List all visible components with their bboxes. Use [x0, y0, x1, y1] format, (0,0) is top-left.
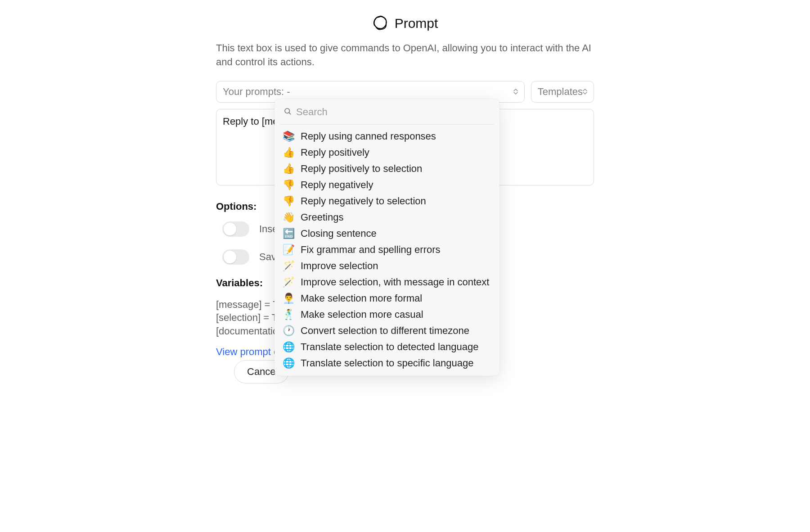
- templates-label: Templates: [538, 86, 583, 98]
- template-item-emoji-icon: 🌐: [283, 357, 294, 369]
- templates-select[interactable]: Templates: [531, 81, 594, 103]
- template-item-emoji-icon: 🌐: [283, 341, 294, 353]
- template-item[interactable]: 👍Reply positively: [280, 144, 494, 161]
- chevron-updown-icon: [583, 89, 587, 95]
- template-list: 📚Reply using canned responses👍Reply posi…: [280, 125, 494, 371]
- template-item-emoji-icon: 🪄: [283, 260, 294, 272]
- template-item-emoji-icon: 🕐: [283, 325, 294, 337]
- template-item-emoji-icon: 👍: [283, 147, 294, 158]
- template-item-label: Make selection more formal: [301, 293, 422, 304]
- template-item[interactable]: 👎Reply negatively: [280, 177, 494, 193]
- description-text: This text box is used to give commands t…: [216, 41, 594, 69]
- template-item[interactable]: 👍Reply positively to selection: [280, 161, 494, 177]
- search-row: [280, 104, 494, 125]
- template-item[interactable]: 🌐Translate selection to detected languag…: [280, 339, 494, 355]
- template-item-label: Greetings: [301, 212, 343, 223]
- template-item-emoji-icon: 🪄: [283, 276, 294, 288]
- template-item-emoji-icon: 👍: [283, 163, 294, 175]
- template-item[interactable]: 🔚Closing sentence: [280, 225, 494, 242]
- template-item-label: Reply negatively: [301, 179, 373, 191]
- template-item-emoji-icon: 👨‍💼: [283, 293, 294, 304]
- template-item[interactable]: 👎Reply negatively to selection: [280, 193, 494, 209]
- template-item-label: Convert selection to different timezone: [301, 325, 469, 337]
- template-item-label: Translate selection to specific language: [301, 357, 473, 369]
- template-item[interactable]: 📝Fix grammar and spelling errors: [280, 242, 494, 258]
- template-item-label: Improve selection, with message in conte…: [301, 276, 489, 288]
- template-item-label: Reply negatively to selection: [301, 195, 426, 207]
- template-item[interactable]: 🪄Improve selection: [280, 258, 494, 274]
- search-input[interactable]: [296, 106, 490, 118]
- page-title: Prompt: [395, 16, 438, 31]
- templates-dropdown-panel: 📚Reply using canned responses👍Reply posi…: [274, 99, 500, 376]
- template-item-emoji-icon: 🕺: [283, 309, 294, 320]
- template-item[interactable]: 👋Greetings: [280, 209, 494, 225]
- openai-logo-icon: [372, 14, 388, 32]
- template-item-label: Fix grammar and spelling errors: [301, 244, 441, 256]
- template-item-label: Make selection more casual: [301, 309, 423, 320]
- template-item-label: Reply using canned responses: [301, 131, 436, 142]
- template-item-label: Improve selection: [301, 260, 378, 272]
- search-icon: [284, 107, 292, 117]
- template-item[interactable]: 👨‍💼Make selection more formal: [280, 290, 494, 307]
- template-item-label: Translate selection to detected language: [301, 341, 478, 353]
- template-item-label: Reply positively: [301, 147, 369, 158]
- template-item[interactable]: 📚Reply using canned responses: [280, 128, 494, 144]
- template-item-emoji-icon: 🔚: [283, 228, 294, 239]
- template-item-label: Reply positively to selection: [301, 163, 422, 175]
- template-item[interactable]: 🌐Translate selection to specific languag…: [280, 355, 494, 371]
- template-item-label: Closing sentence: [301, 228, 377, 239]
- svg-line-2: [289, 113, 290, 114]
- template-item-emoji-icon: 📝: [283, 244, 294, 256]
- header: Prompt: [216, 14, 594, 32]
- chevron-updown-icon: [513, 89, 518, 95]
- insert-newline-toggle[interactable]: [222, 221, 249, 237]
- template-item[interactable]: 🕺Make selection more casual: [280, 307, 494, 323]
- template-item[interactable]: 🕐Convert selection to different timezone: [280, 323, 494, 339]
- template-item-emoji-icon: 📚: [283, 131, 294, 142]
- template-item[interactable]: 🪄Improve selection, with message in cont…: [280, 274, 494, 290]
- your-prompts-label: Your prompts: -: [223, 86, 290, 98]
- template-item-emoji-icon: 👋: [283, 212, 294, 223]
- template-item-emoji-icon: 👎: [283, 195, 294, 207]
- save-prompt-toggle[interactable]: [222, 249, 249, 265]
- template-item-emoji-icon: 👎: [283, 179, 294, 191]
